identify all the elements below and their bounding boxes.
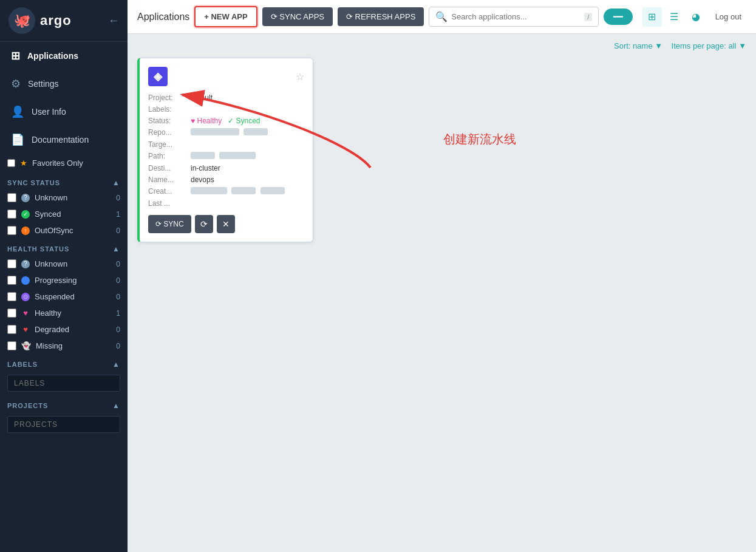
search-slash-key: /	[584, 13, 592, 21]
filter-missing-label: Missing	[36, 341, 63, 350]
dest-value: in-cluster	[191, 164, 304, 172]
sidebar-item-documentation[interactable]: 📄 Documentation	[0, 126, 128, 154]
user-icon: 👤	[11, 105, 24, 118]
sync-status-heading: SYNC STATUS ▲	[0, 172, 128, 189]
filter-outofsync: ↑ OutOfSync 0	[0, 222, 128, 239]
sidebar-item-user-info[interactable]: 👤 User Info	[0, 98, 128, 126]
argo-cd-icon: ◈	[148, 67, 168, 86]
repo-value	[191, 128, 304, 137]
project-value: default	[191, 94, 304, 102]
back-button[interactable]: ←	[108, 15, 119, 27]
dest-label: Desti...	[148, 164, 191, 172]
filter-button[interactable]: ━━	[604, 9, 633, 25]
sort-label[interactable]: Sort: name ▼	[614, 41, 665, 50]
filter-degraded: ♥ Degraded 0	[0, 321, 128, 338]
content-area: Sort: name ▼ Items per page: all ▼ ◈ ☆ P…	[128, 34, 756, 552]
filter-unknown-health-count: 0	[116, 260, 120, 268]
name-label: Name...	[148, 175, 191, 184]
filter-suspended-checkbox[interactable]	[7, 292, 16, 301]
status-label: Status:	[148, 117, 191, 125]
filter-unknown-health-checkbox[interactable]	[7, 259, 16, 268]
created-blurred-3	[261, 187, 285, 194]
filter-missing-count: 0	[116, 342, 120, 350]
tile-view-button[interactable]: ⊞	[642, 7, 662, 27]
repo-blurred-2	[243, 128, 268, 135]
refresh-apps-button[interactable]: ⟳ REFRESH APPS	[338, 7, 424, 26]
documentation-icon: 📄	[11, 133, 24, 146]
topbar: Applications + NEW APP ⟳ SYNC APPS ⟳ REF…	[128, 0, 756, 34]
filter-suspended: ⊙ Suspended 0	[0, 288, 128, 305]
card-row-path: Path:	[148, 152, 304, 161]
card-delete-button[interactable]: ✕	[217, 215, 235, 233]
sync-status-badge: ✓ Synced	[228, 117, 260, 125]
labels-collapse[interactable]: ▲	[112, 360, 120, 369]
filter-unknown-health: ? Unknown 0	[0, 256, 128, 272]
target-label: Targe...	[148, 140, 191, 149]
app-card-header: ◈ ☆	[148, 67, 304, 86]
card-actions: ⟳ SYNC ⟳ ✕	[148, 215, 304, 233]
card-refresh-button[interactable]: ⟳	[195, 215, 213, 233]
filter-healthy-count: 1	[116, 309, 120, 318]
suspended-dot: ⊙	[21, 293, 30, 301]
status-value: ♥ Healthy ✓ Synced	[191, 117, 304, 125]
filter-missing-checkbox[interactable]	[7, 341, 16, 350]
last-label: Last ...	[148, 199, 191, 208]
new-app-button[interactable]: + NEW APP	[194, 6, 257, 27]
filter-synced-checkbox[interactable]	[7, 210, 16, 219]
search-icon: 🔍	[435, 11, 448, 22]
repo-blurred	[191, 128, 239, 135]
filter-healthy: ♥ Healthy 1	[0, 305, 128, 321]
healthy-dot: ♥	[21, 309, 30, 318]
filter-progressing-checkbox[interactable]	[7, 276, 16, 285]
path-blurred-2	[219, 152, 256, 159]
filter-degraded-checkbox[interactable]	[7, 325, 16, 334]
items-per-page[interactable]: Items per page: all ▼	[672, 41, 746, 50]
nav-label-documentation: Documentation	[32, 135, 89, 145]
annotation-text: 创建新流水线	[443, 131, 516, 148]
created-blurred-2	[231, 187, 256, 194]
logo-text: argo	[40, 13, 72, 29]
favorite-star-icon[interactable]: ☆	[296, 71, 304, 83]
filter-suspended-label: Suspended	[35, 292, 75, 301]
projects-input[interactable]	[7, 416, 120, 433]
path-blurred-1	[191, 152, 215, 159]
topbar-title: Applications	[137, 12, 189, 22]
card-row-name: Name... devops	[148, 175, 304, 184]
health-status-badge: ♥ Healthy	[191, 117, 222, 125]
card-sync-button[interactable]: ⟳ SYNC	[148, 215, 191, 233]
created-blurred-1	[191, 187, 227, 194]
missing-dot: 👻	[21, 341, 31, 350]
chart-view-button[interactable]: ◕	[686, 7, 706, 27]
health-status-collapse[interactable]: ▲	[112, 245, 120, 253]
outofsync-dot: ↑	[21, 227, 30, 235]
created-label: Creat...	[148, 187, 191, 196]
filter-unknown-sync-label: Unknown	[35, 193, 67, 202]
search-input[interactable]	[451, 12, 581, 21]
filter-synced-count: 1	[116, 210, 120, 219]
sidebar-logo: 🐙 argo ←	[0, 0, 128, 42]
app-card: ◈ ☆ Project: default Labels: Status: ♥ H…	[137, 58, 313, 242]
last-value	[191, 199, 304, 208]
view-icons: ⊞ ☰ ◕	[642, 7, 706, 27]
filter-healthy-checkbox[interactable]	[7, 308, 16, 318]
path-label: Path:	[148, 152, 191, 161]
name-value: devops	[191, 175, 304, 184]
filter-missing: 👻 Missing 0	[0, 338, 128, 354]
settings-icon: ⚙	[11, 77, 21, 90]
projects-collapse[interactable]: ▲	[112, 401, 120, 410]
filter-outofsync-checkbox[interactable]	[7, 226, 16, 235]
sync-apps-button[interactable]: ⟳ SYNC APPS	[262, 7, 333, 26]
sync-status-collapse[interactable]: ▲	[112, 179, 120, 187]
card-row-created: Creat...	[148, 187, 304, 196]
filter-unknown-sync-checkbox[interactable]	[7, 193, 16, 202]
logout-button[interactable]: Log out	[710, 9, 746, 25]
sidebar: 🐙 argo ← ⊞ Applications ⚙ Settings 👤 Use…	[0, 0, 128, 552]
health-status-heading: HEALTH STATUS ▲	[0, 239, 128, 256]
labels-input[interactable]	[7, 375, 120, 392]
favorites-checkbox[interactable]	[7, 159, 15, 167]
sidebar-item-applications[interactable]: ⊞ Applications	[0, 42, 128, 70]
sidebar-item-settings[interactable]: ⚙ Settings	[0, 70, 128, 98]
list-view-button[interactable]: ☰	[664, 7, 684, 27]
filter-progressing-count: 0	[116, 276, 120, 285]
created-value	[191, 187, 304, 196]
